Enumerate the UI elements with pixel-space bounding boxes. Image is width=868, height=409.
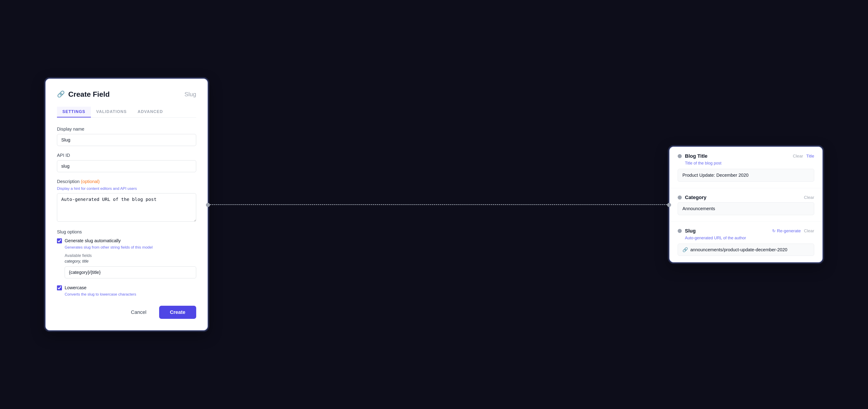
create-field-panel: 🔗 Create Field Slug SETTINGS VALIDATIONS… <box>45 78 208 331</box>
slug-hint: Auto-generated URL of the author <box>685 236 814 241</box>
available-fields-label: Available fields <box>65 253 196 258</box>
display-name-label: Display name <box>57 127 196 132</box>
tab-advanced[interactable]: ADVANCED <box>132 107 168 118</box>
tabs-container: SETTINGS VALIDATIONS ADVANCED <box>57 107 196 118</box>
category-input[interactable] <box>678 202 814 215</box>
api-id-group: API ID <box>57 153 196 172</box>
slug-actions: ↻ Re-generate Clear <box>772 228 814 233</box>
slug-input-wrapper: 🔗 <box>678 244 814 256</box>
regenerate-label: Re-generate <box>777 228 801 233</box>
blog-title-header: Blog Title Clear Title <box>678 153 814 159</box>
tab-settings[interactable]: SETTINGS <box>57 107 91 118</box>
slug-options-label: Slug options <box>57 229 196 234</box>
display-name-input[interactable] <box>57 134 196 146</box>
slug-input[interactable] <box>690 247 809 252</box>
api-id-label: API ID <box>57 153 196 158</box>
available-fields-value: category, title <box>65 259 196 264</box>
connector <box>208 204 669 205</box>
slug-header: Slug ↻ Re-generate Clear <box>678 228 814 234</box>
tab-validations[interactable]: VALIDATIONS <box>91 107 132 118</box>
slug-template-input[interactable] <box>65 266 196 278</box>
connector-line <box>208 204 669 205</box>
display-name-group: Display name <box>57 127 196 146</box>
api-id-input[interactable] <box>57 160 196 172</box>
regenerate-button[interactable]: ↻ Re-generate <box>772 228 801 233</box>
generate-slug-row: Generate slug automatically <box>57 238 196 243</box>
blog-title-left: Blog Title <box>678 153 708 159</box>
category-actions: Clear <box>804 195 814 200</box>
category-left: Category <box>678 194 706 200</box>
lowercase-row: Lowercase <box>57 285 196 290</box>
blog-title-actions: Clear Title <box>793 154 814 159</box>
blog-title-title[interactable]: Title <box>806 154 814 159</box>
slug-link-icon: 🔗 <box>682 247 688 252</box>
description-textarea[interactable]: Auto-generated URL of the blog post <box>57 193 196 222</box>
lowercase-label: Lowercase <box>65 285 87 290</box>
blog-title-clear[interactable]: Clear <box>793 154 803 159</box>
panel-header: 🔗 Create Field Slug <box>57 90 196 98</box>
blog-title-input[interactable] <box>678 169 814 182</box>
slug-left: Slug <box>678 228 696 234</box>
slug-options-group: Slug options Generate slug automatically… <box>57 229 196 278</box>
blog-title-collapse[interactable] <box>678 154 682 158</box>
lowercase-checkbox[interactable] <box>57 285 62 290</box>
panel-title-row: 🔗 Create Field <box>57 90 110 98</box>
preview-field-slug: Slug ↻ Re-generate Clear Auto-generated … <box>670 222 822 262</box>
panel-title: Create Field <box>68 90 110 98</box>
description-hint: Display a hint for content editors and A… <box>57 186 196 191</box>
description-label: Description (optional) <box>57 179 196 184</box>
slug-collapse[interactable] <box>678 229 682 233</box>
slug-name: Slug <box>685 228 696 234</box>
create-button[interactable]: Create <box>159 306 196 319</box>
category-name: Category <box>685 194 706 200</box>
blog-title-hint: Title of the blog post <box>685 161 814 166</box>
category-header: Category Clear <box>678 194 814 200</box>
generate-slug-hint: Generates slug from other string fields … <box>65 245 196 250</box>
preview-field-blog-title: Blog Title Clear Title Title of the blog… <box>670 147 822 188</box>
category-clear[interactable]: Clear <box>804 195 814 200</box>
blog-title-name: Blog Title <box>685 153 708 159</box>
cancel-button[interactable]: Cancel <box>123 306 154 319</box>
lowercase-group: Lowercase Converts the slug to lowercase… <box>57 285 196 297</box>
preview-field-category: Category Clear <box>670 188 822 222</box>
panel-slug-label: Slug <box>184 91 196 98</box>
page-wrapper: 🔗 Create Field Slug SETTINGS VALIDATIONS… <box>0 0 868 409</box>
link-icon: 🔗 <box>57 90 65 98</box>
category-collapse[interactable] <box>678 195 682 199</box>
slug-clear[interactable]: Clear <box>804 228 814 233</box>
generate-slug-checkbox[interactable] <box>57 239 62 243</box>
description-group: Description (optional) Display a hint fo… <box>57 179 196 223</box>
panel-footer: Cancel Create <box>57 306 196 319</box>
connector-dot-left <box>206 203 210 207</box>
regenerate-icon: ↻ <box>772 228 776 233</box>
lowercase-hint: Converts the slug to lowercase character… <box>65 292 196 297</box>
generate-slug-label: Generate slug automatically <box>65 238 121 243</box>
preview-panel: Blog Title Clear Title Title of the blog… <box>669 147 823 262</box>
